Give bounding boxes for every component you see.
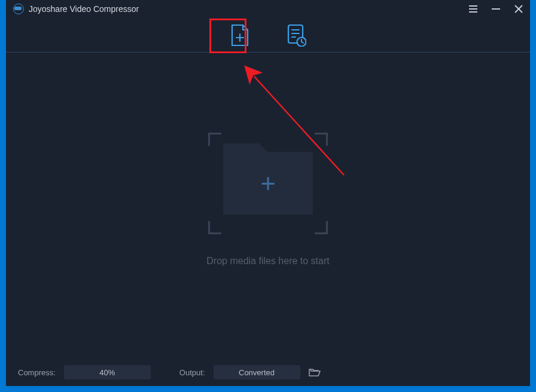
window-controls bbox=[469, 5, 523, 13]
titlebar: Joyoshare Video Compressor bbox=[6, 0, 530, 18]
app-window: Joyoshare Video Compressor bbox=[6, 0, 530, 386]
output-value: Converted bbox=[239, 368, 275, 377]
close-button[interactable] bbox=[514, 5, 523, 13]
corner-marker bbox=[315, 221, 328, 234]
close-icon bbox=[514, 5, 523, 13]
plus-icon: + bbox=[260, 170, 276, 197]
compress-value: 40% bbox=[99, 368, 115, 377]
footer-bar: Compress: 40% Output: Converted bbox=[6, 359, 530, 386]
corner-marker bbox=[208, 133, 221, 146]
open-output-folder-button[interactable] bbox=[309, 368, 321, 377]
compress-value-button[interactable]: 40% bbox=[64, 365, 151, 379]
output-label: Output: bbox=[179, 368, 205, 377]
compress-label: Compress: bbox=[18, 368, 56, 377]
folder-icon: + bbox=[223, 152, 313, 215]
open-folder-icon bbox=[309, 368, 321, 377]
menu-button[interactable] bbox=[469, 5, 477, 13]
drop-zone[interactable]: + Drop media files here to start bbox=[206, 133, 329, 267]
corner-marker bbox=[315, 133, 328, 146]
drop-graphic: + bbox=[208, 133, 328, 234]
tab-history[interactable] bbox=[286, 24, 306, 47]
corner-marker bbox=[208, 221, 221, 234]
mode-tabs bbox=[6, 18, 530, 53]
minimize-button[interactable] bbox=[492, 8, 500, 10]
app-logo-icon bbox=[13, 4, 24, 14]
history-file-icon bbox=[286, 24, 306, 47]
output-value-button[interactable]: Converted bbox=[214, 365, 300, 379]
menu-icon bbox=[469, 5, 477, 13]
add-file-icon bbox=[230, 24, 250, 47]
drop-hint-text: Drop media files here to start bbox=[206, 256, 329, 267]
minimize-icon bbox=[492, 8, 500, 10]
tab-add-file[interactable] bbox=[230, 24, 250, 47]
app-title: Joyoshare Video Compressor bbox=[29, 4, 139, 14]
main-content: + Drop media files here to start bbox=[6, 53, 530, 359]
